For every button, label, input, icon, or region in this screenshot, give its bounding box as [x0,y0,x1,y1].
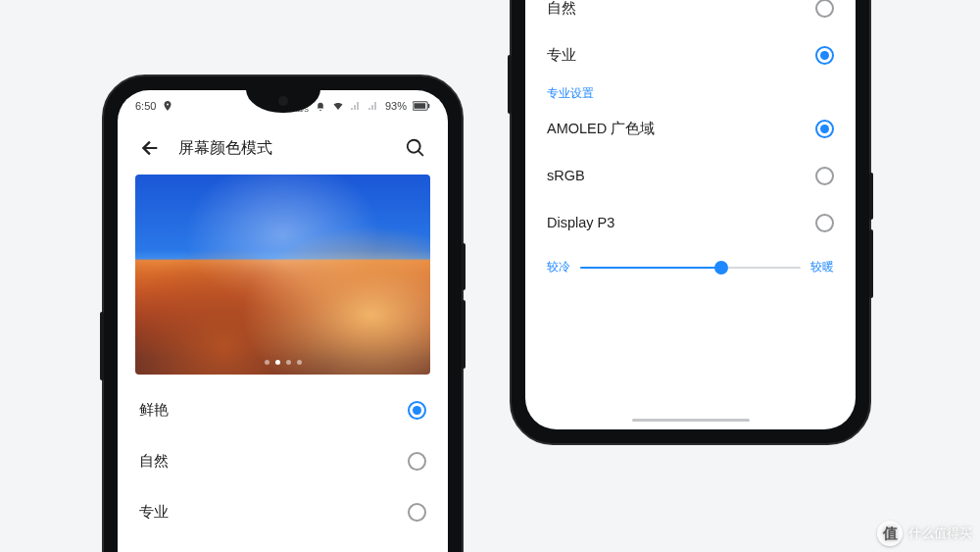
option-label: 专业 [139,503,169,522]
home-indicator[interactable] [632,419,750,422]
radio-icon [815,0,834,18]
option-label: AMOLED 广色域 [547,120,655,138]
slider-thumb[interactable] [714,261,728,275]
radio-selected-icon [815,120,834,138]
option-vivid[interactable]: 鲜艳 [139,384,426,435]
back-icon[interactable] [139,137,161,159]
option-natural[interactable]: 自然 [547,0,834,31]
page-title: 屏幕颜色模式 [178,138,387,159]
preview-image[interactable] [135,175,430,375]
option-label: sRGB [547,168,585,183]
side-button [462,300,466,369]
section-title-pro: 专业设置 [547,86,834,101]
option-amoled[interactable]: AMOLED 广色域 [547,105,834,152]
signal2-icon [368,100,379,112]
option-professional[interactable]: 专业 [547,31,834,78]
slider-track[interactable] [580,267,801,269]
phone-left-screen: 6:50 0.27 KB/S 93% 屏幕颜色模式 [118,90,448,552]
watermark-badge: 值 [877,521,903,546]
battery-icon [413,101,430,111]
radio-selected-icon [815,46,834,65]
phone-right-screen: 自然 专业 专业设置 AMOLED 广色域 sRGB Display P3 较冷 [525,0,856,429]
side-button [869,229,873,298]
signal-icon [350,100,362,112]
option-professional[interactable]: 专业 [139,486,426,537]
phone-left: 6:50 0.27 KB/S 93% 屏幕颜色模式 [102,75,464,552]
dnd-icon [315,100,326,112]
phone-right: 自然 专业 专业设置 AMOLED 广色域 sRGB Display P3 较冷 [510,0,871,445]
radio-icon [815,214,834,232]
option-label: 自然 [139,452,169,471]
watermark: 值 什么值得买 [877,521,972,546]
radio-icon [408,503,426,522]
radio-selected-icon [408,401,426,420]
slider-left-label: 较冷 [547,260,570,275]
svg-rect-2 [428,104,429,108]
location-icon [162,100,173,112]
option-label: 自然 [547,0,576,18]
option-natural[interactable]: 自然 [139,435,426,486]
svg-rect-1 [414,103,425,109]
wifi-icon [332,100,344,112]
watermark-text: 什么值得买 [908,525,972,542]
radio-icon [815,167,834,185]
option-label: 专业 [547,46,576,65]
color-mode-options: 鲜艳 自然 专业 [118,375,448,537]
slider-right-label: 较暖 [810,260,834,275]
option-label: 鲜艳 [139,401,169,420]
radio-icon [408,452,426,471]
option-p3[interactable]: Display P3 [547,199,834,246]
carousel-dots [265,360,302,365]
option-srgb[interactable]: sRGB [547,152,834,199]
status-time: 6:50 [135,100,156,112]
battery-text: 93% [385,100,407,112]
page-header: 屏幕颜色模式 [118,118,448,175]
option-label: Display P3 [547,215,614,230]
slider-fill [580,267,721,269]
color-temperature-slider[interactable]: 较冷 较暖 [547,260,834,275]
search-icon[interactable] [405,137,426,159]
